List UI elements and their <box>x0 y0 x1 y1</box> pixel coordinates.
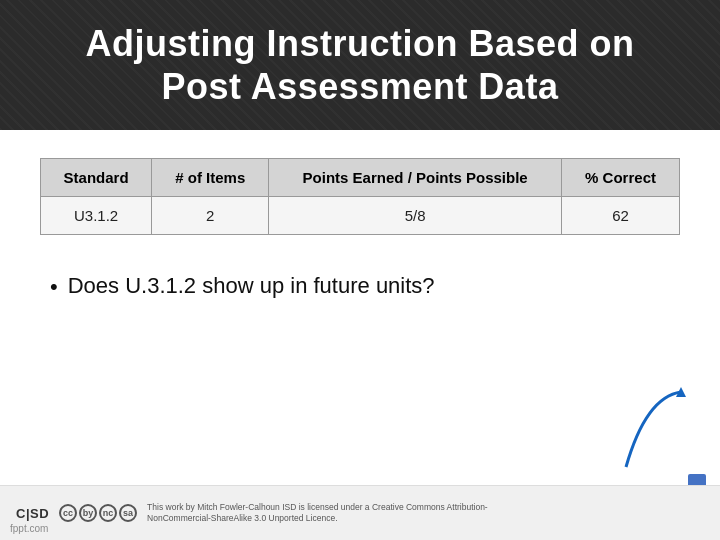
slide-title: Adjusting Instruction Based on Post Asse… <box>85 22 634 108</box>
col-header-correct: % Correct <box>562 159 680 197</box>
title-line2: Post Assessment Data <box>162 66 559 107</box>
footer: C|SD cc by nc sa This work by Mitch Fowl… <box>0 485 720 540</box>
cell-points: 5/8 <box>269 197 562 235</box>
cell-items: 2 <box>152 197 269 235</box>
col-header-points: Points Earned / Points Possible <box>269 159 562 197</box>
by-icon: by <box>79 504 97 522</box>
col-header-items: # of Items <box>152 159 269 197</box>
nc-icon: nc <box>99 504 117 522</box>
cc-icons: cc by nc sa <box>59 504 137 522</box>
sa-icon: sa <box>119 504 137 522</box>
col-header-standard: Standard <box>41 159 152 197</box>
slide: Adjusting Instruction Based on Post Asse… <box>0 0 720 540</box>
chart-arrow-svg <box>616 387 696 477</box>
bullet-item: • Does U.3.1.2 show up in future units? <box>50 271 680 303</box>
content-area: Standard # of Items Points Earned / Poin… <box>0 130 720 323</box>
table-row: U3.1.2 2 5/8 62 <box>41 197 680 235</box>
watermark: fppt.com <box>10 523 48 534</box>
header: Adjusting Instruction Based on Post Asse… <box>0 0 720 130</box>
bullet-section: • Does U.3.1.2 show up in future units? <box>40 263 680 303</box>
footer-logo: C|SD <box>16 506 49 521</box>
footer-license-text: This work by Mitch Fowler-Calhoun ISD is… <box>147 502 527 524</box>
title-line1: Adjusting Instruction Based on <box>85 23 634 64</box>
table-header-row: Standard # of Items Points Earned / Poin… <box>41 159 680 197</box>
cc-icon: cc <box>59 504 77 522</box>
cell-standard: U3.1.2 <box>41 197 152 235</box>
data-table: Standard # of Items Points Earned / Poin… <box>40 158 680 235</box>
bullet-dot: • <box>50 272 58 303</box>
cell-correct: 62 <box>562 197 680 235</box>
bullet-text: Does U.3.1.2 show up in future units? <box>68 271 435 302</box>
